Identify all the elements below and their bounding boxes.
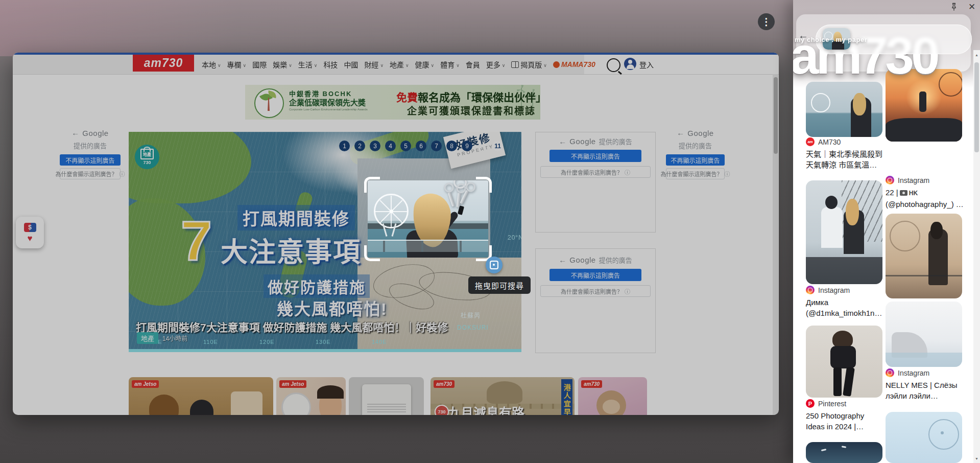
dollar-icon: $ — [24, 223, 36, 232]
hide-ad-button[interactable]: 不再顯示這則廣告 — [60, 154, 121, 166]
result-snippet[interactable]: Димка(@d1mka_timokh1n… — [806, 297, 882, 318]
nav-item-mama730[interactable]: MAMA730 — [553, 60, 595, 68]
page-dot[interactable]: 2 — [354, 141, 365, 151]
railing-line — [886, 275, 962, 276]
page-scrollbar[interactable] — [773, 74, 778, 415]
result-image-sepia[interactable] — [886, 214, 962, 298]
scroll-up-icon[interactable]: ▲ — [973, 51, 980, 58]
page-dot[interactable]: 4 — [385, 141, 396, 151]
nav-item-finance[interactable]: 財經 — [364, 59, 384, 70]
result-image-palewheel[interactable] — [886, 412, 962, 463]
floating-promo-widget[interactable]: $ ♥ — [16, 217, 44, 248]
why-ad-button[interactable]: 為什麼會顯示這則廣告？ — [540, 166, 651, 178]
login-link[interactable]: 登入 — [639, 59, 654, 70]
fan-shape — [281, 392, 311, 415]
nav-item-flipbook[interactable]: 揭頁版 — [511, 59, 547, 70]
back-arrow-icon[interactable] — [559, 137, 566, 146]
nav-item-lifestyle[interactable]: 生活 — [298, 59, 318, 70]
heart-icon: ♥ — [27, 234, 32, 243]
page-dot[interactable]: 10 — [477, 141, 488, 151]
page-dot[interactable]: 1 — [339, 141, 350, 151]
nav-item-china[interactable]: 中國 — [344, 59, 358, 70]
close-icon[interactable] — [967, 2, 977, 12]
nav-item-international[interactable]: 國際 — [252, 59, 267, 70]
selection-handle-topright[interactable] — [476, 177, 492, 193]
hero-bottom-strip — [129, 349, 521, 352]
thumb-headline: 九月減息有路 — [448, 403, 524, 415]
result-snippet[interactable]: 天氣｜東北季候風殺到天氣轉涼 市區氣溫… — [806, 149, 882, 170]
nav-item-entertainment[interactable]: 娛樂 — [273, 59, 292, 70]
selection-handle-topleft[interactable] — [364, 177, 380, 193]
lens-search-button[interactable] — [486, 257, 503, 273]
am730-chip: am730 — [581, 380, 602, 388]
result-source-instagram-3[interactable]: Instagram — [886, 368, 929, 377]
page-dot[interactable]: 8 — [446, 141, 457, 151]
result-source-pinterest[interactable]: P Pinterest — [806, 399, 846, 408]
railing-post — [421, 241, 423, 252]
article-thumb-fed[interactable]: am730 730 九月減息有路 港人宜早 — [431, 377, 575, 415]
browser-chrome-tint — [0, 0, 793, 56]
result-image-fashion[interactable] — [806, 326, 882, 398]
nav-item-local[interactable]: 本地 — [202, 59, 221, 70]
result-source-instagram-2[interactable]: Instagram — [806, 286, 850, 294]
hide-ad-button[interactable]: 不再顯示這則廣告 — [549, 150, 641, 162]
page-scrollbar-thumb[interactable] — [774, 77, 778, 154]
ad-attribution: Google 提供的廣告 — [666, 128, 725, 150]
floor-shape — [886, 353, 962, 367]
carousel-pagination[interactable]: 1 2 3 4 5 6 7 8 9 10 11 — [339, 141, 503, 151]
category-tag[interactable]: 地產 — [137, 332, 158, 344]
panel-scrollbar-thumb[interactable] — [974, 62, 979, 152]
page-dot[interactable]: 9 — [462, 141, 472, 151]
info-icon — [725, 170, 730, 178]
search-icon[interactable] — [607, 58, 620, 72]
result-image-darksea[interactable] — [806, 442, 882, 463]
lens-selection-region[interactable] — [368, 180, 488, 258]
scroll-down-icon[interactable]: ▼ — [973, 455, 980, 462]
three-dot-menu-button[interactable] — [758, 13, 775, 30]
figure-shape — [919, 91, 926, 112]
why-ad-button[interactable]: 為什麼會顯示這則廣告？ — [540, 285, 651, 297]
page-dot[interactable]: 7 — [431, 141, 442, 151]
result-image-deck[interactable] — [886, 302, 962, 367]
visual-search-results-panel: am AM730 天氣｜東北季候風殺到天氣轉涼 市區氣溫… Instagram … — [793, 0, 980, 463]
timestamp: 14小時前 — [162, 334, 187, 342]
banner-headline: 免費報名成為「環保傑出伙伴」 — [387, 89, 540, 104]
hide-ad-button[interactable]: 不再顯示這則廣告 — [666, 154, 725, 166]
nav-item-member[interactable]: 會員 — [466, 59, 480, 70]
nav-item-health[interactable]: 健康 — [415, 59, 435, 70]
nav-item-tech[interactable]: 科技 — [323, 59, 338, 70]
article-thumb-jetso2[interactable]: am Jetso — [276, 377, 346, 415]
panel-scrollbar[interactable]: ▲ ▼ — [973, 50, 980, 463]
result-snippet[interactable]: 22 |HK (@photohagraphy_) … — [886, 187, 964, 210]
result-snippet[interactable]: NELLY MES | Слёзылэйли лэйли… — [886, 380, 958, 401]
result-snippet[interactable]: 250 PhotographyIdeas in 2024 |… — [806, 410, 864, 432]
top-banner-ad[interactable]: 中銀香港 BOCHK 企業低碳環保領先大獎 Corporate Low-Carb… — [245, 85, 540, 120]
back-arrow-icon[interactable] — [677, 128, 684, 137]
article-thumb-duffy[interactable]: am730 — [578, 377, 647, 415]
article-thumb-ac[interactable] — [349, 377, 424, 415]
nav-item-more[interactable]: 更多 — [486, 59, 506, 70]
nav-item-sports[interactable]: 體育 — [440, 59, 460, 70]
hide-ad-button[interactable]: 不再顯示這則廣告 — [549, 269, 641, 281]
page-dot[interactable]: 5 — [400, 141, 411, 151]
article-thumb-jetso1[interactable]: am Jetso — [129, 377, 273, 415]
user-avatar-icon[interactable] — [624, 58, 636, 70]
back-arrow-icon[interactable] — [559, 256, 566, 265]
ad-attribution: Google 提供的廣告 — [536, 255, 655, 265]
why-ad-button[interactable]: 為什麼會顯示這則廣告？ — [666, 168, 725, 179]
back-arrow-icon[interactable] — [71, 128, 79, 137]
result-source-instagram-1[interactable]: Instagram — [886, 176, 929, 184]
nav-item-property[interactable]: 地產 — [390, 59, 409, 70]
page-dot[interactable]: 11 — [492, 141, 503, 151]
result-image-harbor[interactable] — [806, 82, 882, 137]
result-source-am730[interactable]: am AM730 — [806, 137, 841, 146]
push-pin-icon[interactable] — [949, 3, 959, 12]
why-ad-button[interactable]: 為什麼會顯示這則廣告？ — [60, 168, 121, 179]
result-image-couple[interactable] — [806, 180, 882, 284]
page-dot[interactable]: 6 — [416, 141, 426, 151]
ferris-wheel-shape — [928, 419, 959, 450]
am730-logo[interactable]: am730 — [133, 55, 194, 72]
nav-item-columns[interactable]: 專欄 — [227, 59, 247, 70]
page-dot[interactable]: 3 — [370, 141, 380, 151]
selection-handle-bottomleft[interactable] — [364, 245, 380, 261]
